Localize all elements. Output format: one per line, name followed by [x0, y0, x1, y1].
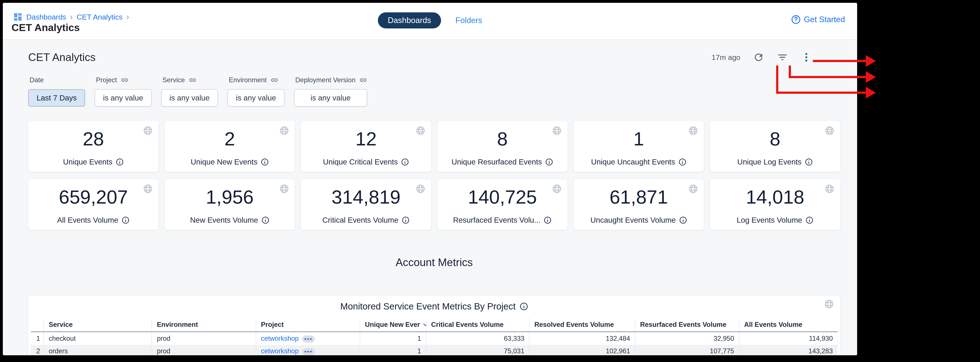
project-more-chip[interactable]: ••• [302, 335, 315, 343]
tile-value: 61,871 [609, 186, 668, 208]
project-link[interactable]: cetworkshop [261, 335, 299, 342]
column-header-resurfaced-events-volume[interactable]: Resurfaced Events Volume [635, 318, 739, 332]
globe-icon [415, 184, 426, 194]
cell-project: cetworkshop••• [256, 345, 360, 355]
cell-resolved-events-volume: 102,961 [529, 345, 635, 355]
info-icon[interactable] [116, 158, 124, 166]
tile-unique-critical-events[interactable]: 12 Unique Critical Events [301, 121, 431, 172]
tab-dashboards[interactable]: Dashboards [378, 13, 441, 29]
tile-label: Uncaught Events Volume [590, 216, 676, 224]
filter-service-value-button[interactable]: is any value [161, 89, 218, 106]
column-header-environment[interactable]: Environment [152, 318, 256, 332]
annotation-arrow-refresh-head [866, 87, 876, 98]
refresh-icon[interactable] [753, 52, 764, 63]
breadcrumb-cet-analytics[interactable]: CET Analytics [76, 13, 123, 21]
globe-icon [415, 125, 426, 136]
cell-resurfaced-events-volume: 32,950 [635, 332, 739, 345]
info-icon[interactable] [402, 216, 410, 224]
tile-label: Resurfaced Events Volu... [453, 216, 541, 224]
globe-icon [143, 125, 153, 136]
tile-uncaught-events-volume[interactable]: 61,871 Uncaught Events Volume [574, 179, 704, 230]
link-icon [189, 76, 196, 84]
tile-value: 1 [633, 128, 644, 150]
column-header-critical-events-volume[interactable]: Critical Events Volume [426, 318, 530, 332]
section-heading-account-metrics: Account Metrics [28, 256, 840, 269]
tile-label: New Events Volume [190, 216, 258, 224]
row-number: 2 [31, 345, 44, 355]
center-tabs: Dashboards Folders [378, 13, 482, 29]
filter-deployment-version-value-button[interactable]: is any value [294, 89, 367, 106]
cell-resolved-events-volume: 132,484 [529, 332, 635, 345]
tile-all-events-volume[interactable]: 659,207 All Events Volume [28, 179, 159, 230]
tile-unique-log-events[interactable]: 8 Unique Log Events [710, 121, 840, 172]
breadcrumb-separator: › [126, 13, 129, 22]
app-window: Dashboards › CET Analytics › CET Analyti… [3, 3, 857, 355]
column-header-unique-new-events[interactable]: Unique New Ever [360, 318, 426, 332]
globe-icon [143, 184, 153, 194]
column-header-service[interactable]: Service [44, 318, 152, 332]
info-icon[interactable] [678, 158, 686, 166]
globe-icon [279, 125, 289, 136]
tile-resurfaced-events-volume[interactable]: 140,725 Resurfaced Events Volu... [437, 179, 568, 230]
sort-descending-caret-icon [423, 322, 426, 327]
get-started-link[interactable]: Get Started [791, 14, 845, 24]
tile-unique-events[interactable]: 28 Unique Events [28, 121, 159, 172]
tile-label: Unique New Events [191, 157, 257, 166]
globe-icon [552, 184, 562, 194]
info-icon[interactable] [544, 216, 552, 224]
tile-value: 14,018 [746, 186, 804, 208]
filter-date-value-button[interactable]: Last 7 Days [28, 89, 85, 106]
globe-icon [824, 125, 835, 136]
tile-new-events-volume[interactable]: 1,956 New Events Volume [165, 179, 295, 230]
table-row: 1 checkout prod cetworkshop••• 1 63,333 … [31, 332, 838, 345]
cell-environment: prod [152, 332, 256, 345]
info-icon[interactable] [261, 216, 269, 224]
breadcrumb-dashboards[interactable]: Dashboards [26, 13, 66, 21]
info-icon[interactable] [122, 216, 130, 224]
info-icon[interactable] [261, 158, 269, 166]
tile-value: 659,207 [59, 186, 128, 208]
info-icon[interactable] [805, 158, 813, 166]
info-icon[interactable] [679, 216, 687, 224]
breadcrumb: Dashboards › CET Analytics › [13, 12, 130, 22]
dashboards-grid-icon [13, 12, 23, 22]
info-icon[interactable] [805, 216, 813, 224]
project-link[interactable]: cetworkshop [261, 347, 299, 355]
filter-icon[interactable] [777, 52, 788, 63]
tile-unique-uncaught-events[interactable]: 1 Unique Uncaught Events [574, 121, 704, 172]
dashboard-controls: 17m ago [712, 52, 812, 63]
column-header-resolved-events-volume[interactable]: Resolved Events Volume [529, 318, 635, 332]
tile-value: 140,725 [468, 186, 537, 208]
tile-unique-resurfaced-events[interactable]: 8 Unique Resurfaced Events [437, 121, 568, 172]
link-icon [359, 76, 367, 84]
tile-critical-events-volume[interactable]: 314,819 Critical Events Volume [301, 179, 431, 230]
column-header-all-events-volume[interactable]: All Events Volume [739, 318, 838, 332]
info-icon[interactable] [520, 302, 528, 311]
tab-folders[interactable]: Folders [455, 16, 482, 25]
column-header-project[interactable]: Project [256, 318, 360, 332]
tile-value: 8 [497, 128, 508, 150]
filter-environment-value-button[interactable]: is any value [228, 89, 285, 106]
tile-label: Critical Events Volume [322, 216, 398, 224]
filter-deployment-version: Deployment Version is any value [294, 76, 367, 106]
tile-value: 12 [355, 128, 377, 150]
info-icon[interactable] [545, 158, 553, 166]
tile-label: All Events Volume [57, 216, 118, 224]
metrics-table: Service Environment Project Unique New E… [31, 318, 838, 355]
link-icon [270, 76, 278, 84]
filter-environment: Environment is any value [228, 76, 285, 106]
globe-icon [279, 184, 289, 194]
project-more-chip[interactable]: ••• [302, 348, 315, 355]
filter-project-value-button[interactable]: is any value [95, 89, 151, 106]
dashboard-area: CET Analytics 17m ago Date Last 7 Days P… [3, 40, 857, 355]
filter-service-label: Service [162, 76, 185, 84]
tile-label: Log Events Volume [737, 216, 802, 224]
cell-all-events-volume: 143,283 [739, 345, 838, 355]
tile-log-events-volume[interactable]: 14,018 Log Events Volume [710, 179, 840, 230]
tile-unique-new-events[interactable]: 2 Unique New Events [165, 121, 295, 172]
filter-date-label: Date [30, 76, 44, 84]
more-menu-kebab-icon[interactable] [801, 52, 812, 63]
info-icon[interactable] [401, 158, 409, 166]
top-bar: Dashboards › CET Analytics › CET Analyti… [3, 3, 857, 40]
table-header-row: Service Environment Project Unique New E… [31, 318, 838, 332]
